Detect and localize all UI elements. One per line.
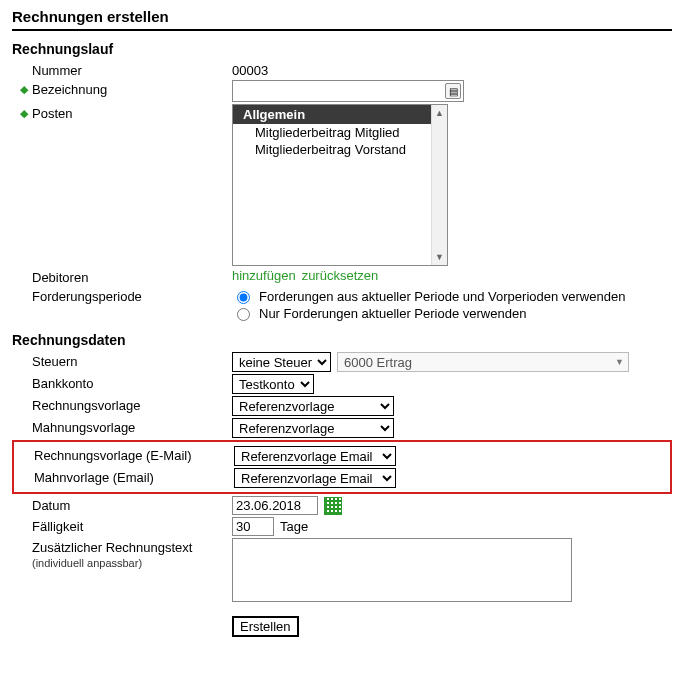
value-number: 00003 bbox=[232, 63, 268, 78]
due-unit: Tage bbox=[280, 519, 308, 534]
radio-period-all[interactable] bbox=[237, 291, 250, 304]
date-input[interactable] bbox=[232, 496, 318, 515]
select-tpl-invoice-email[interactable]: Referenzvorlage Email bbox=[234, 446, 396, 466]
label-bezeichnung: Bezeichnung bbox=[32, 82, 107, 97]
due-days-input[interactable] bbox=[232, 517, 274, 536]
highlight-email-templates: Rechnungsvorlage (E-Mail) Referenzvorlag… bbox=[12, 440, 672, 494]
select-tpl-reminder-email[interactable]: Referenzvorlage Email bbox=[234, 468, 396, 488]
select-tpl-invoice[interactable]: Referenzvorlage bbox=[232, 396, 394, 416]
scroll-up-icon[interactable]: ▲ bbox=[432, 105, 447, 121]
page-title: Rechnungen erstellen bbox=[12, 8, 672, 31]
label-period: Forderungsperiode bbox=[32, 289, 142, 304]
card-icon[interactable]: ▤ bbox=[445, 83, 461, 99]
required-marker-icon: ◆ bbox=[20, 106, 28, 120]
label-due: Fälligkeit bbox=[32, 519, 83, 534]
link-reset[interactable]: zurücksetzen bbox=[302, 268, 379, 283]
label-tpl-reminder-email: Mahnvorlage (Email) bbox=[34, 470, 154, 485]
calendar-icon[interactable] bbox=[324, 497, 342, 515]
select-account-value: 6000 Ertrag bbox=[344, 355, 412, 370]
select-tpl-reminder[interactable]: Referenzvorlage bbox=[232, 418, 394, 438]
select-account[interactable]: 6000 Ertrag ▼ bbox=[337, 352, 629, 372]
bezeichnung-input[interactable] bbox=[232, 80, 464, 102]
radio-period-all-label: Forderungen aus aktueller Periode und Vo… bbox=[259, 289, 625, 304]
extra-text-input[interactable] bbox=[232, 538, 572, 602]
radio-period-current[interactable] bbox=[237, 308, 250, 321]
label-bank: Bankkonto bbox=[32, 376, 93, 391]
label-tpl-invoice: Rechnungsvorlage bbox=[32, 398, 140, 413]
label-tpl-reminder: Mahnungsvorlage bbox=[32, 420, 135, 435]
label-posten: Posten bbox=[32, 106, 72, 121]
list-group-header: Allgemein bbox=[233, 105, 447, 124]
label-date: Datum bbox=[32, 498, 70, 513]
required-marker-icon: ◆ bbox=[20, 82, 28, 96]
select-tax[interactable]: keine Steuer bbox=[232, 352, 331, 372]
label-extra-text: Zusätzlicher Rechnungstext bbox=[32, 540, 192, 555]
label-number: Nummer bbox=[32, 63, 82, 78]
list-item[interactable]: Mitgliederbeitrag Mitglied bbox=[233, 124, 447, 141]
link-add[interactable]: hinzufügen bbox=[232, 268, 296, 283]
scroll-down-icon[interactable]: ▼ bbox=[432, 249, 447, 265]
scrollbar[interactable]: ▲ ▼ bbox=[431, 105, 447, 265]
section-run-heading: Rechnungslauf bbox=[12, 41, 672, 57]
create-button[interactable]: Erstellen bbox=[232, 616, 299, 637]
list-item[interactable]: Mitgliederbeitrag Vorstand bbox=[233, 141, 447, 158]
chevron-down-icon: ▼ bbox=[615, 357, 624, 367]
label-debitoren: Debitoren bbox=[32, 270, 88, 285]
label-extra-sub: (individuell anpassbar) bbox=[32, 557, 142, 569]
label-tax: Steuern bbox=[32, 354, 78, 369]
posten-listbox[interactable]: Allgemein Mitgliederbeitrag Mitglied Mit… bbox=[232, 104, 448, 266]
section-data-heading: Rechnungsdaten bbox=[12, 332, 672, 348]
radio-period-current-label: Nur Forderungen aktueller Periode verwen… bbox=[259, 306, 526, 321]
select-bank[interactable]: Testkonto bbox=[232, 374, 314, 394]
label-tpl-invoice-email: Rechnungsvorlage (E-Mail) bbox=[34, 448, 192, 463]
